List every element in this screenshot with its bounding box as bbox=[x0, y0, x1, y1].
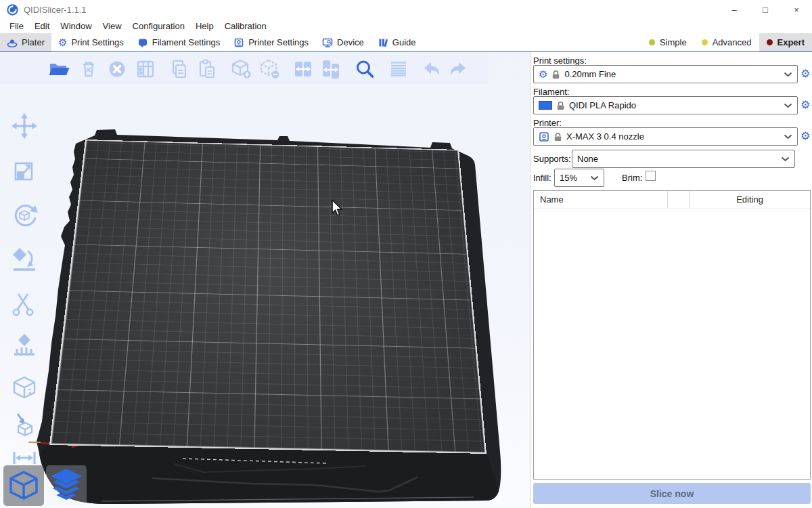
menu-calibration[interactable]: Calibration bbox=[219, 19, 272, 33]
print-bed[interactable] bbox=[49, 140, 487, 454]
printer-icon bbox=[233, 37, 244, 48]
maximize-button[interactable]: □ bbox=[750, 0, 781, 19]
gear-icon: ⚙ bbox=[539, 69, 547, 79]
infill-combo[interactable]: 15% bbox=[554, 169, 604, 187]
plater-toolbar bbox=[0, 54, 489, 84]
filament-value: QIDI PLA Rapido bbox=[569, 100, 636, 110]
title-bar: QIDISlicer-1.1.1 – □ × bbox=[0, 0, 812, 19]
column-header-editing[interactable]: Editing bbox=[690, 194, 810, 205]
tab-filament-settings[interactable]: Filament Settings bbox=[131, 33, 227, 51]
gear-icon: ⚙ bbox=[58, 37, 67, 47]
print-settings-value: 0.20mm Fine bbox=[564, 69, 616, 79]
remove-instance-button[interactable] bbox=[258, 58, 281, 81]
cut-gizmo-button[interactable] bbox=[5, 285, 43, 323]
printer-icon bbox=[539, 131, 549, 142]
chevron-down-icon bbox=[784, 72, 792, 77]
mouse-cursor bbox=[330, 200, 344, 216]
supports-label: Supports: bbox=[533, 154, 571, 164]
mode-expert[interactable]: Expert bbox=[759, 33, 812, 51]
object-list[interactable]: Name Editing bbox=[533, 190, 811, 480]
supports-value: None bbox=[577, 154, 598, 164]
place-on-face-gizmo-button[interactable] bbox=[5, 240, 43, 278]
filament-combo[interactable]: QIDI PLA Rapido bbox=[533, 96, 798, 114]
expert-dot-icon bbox=[767, 39, 773, 45]
preview-view-button[interactable] bbox=[46, 465, 87, 506]
app-logo-icon bbox=[7, 4, 18, 16]
redo-button[interactable] bbox=[446, 58, 469, 81]
variable-layer-height-button[interactable] bbox=[387, 58, 410, 81]
open-button[interactable] bbox=[47, 58, 70, 81]
search-button[interactable] bbox=[353, 58, 376, 81]
cube-icon bbox=[7, 469, 40, 502]
editor-view-button[interactable] bbox=[3, 465, 44, 506]
mode-advanced[interactable]: Advanced bbox=[694, 33, 759, 51]
tab-printer-settings[interactable]: Printer Settings bbox=[227, 33, 315, 51]
column-header-name[interactable]: Name bbox=[534, 194, 667, 205]
simple-dot-icon bbox=[649, 39, 655, 45]
supports-combo[interactable]: None bbox=[572, 150, 795, 168]
tab-print-settings[interactable]: ⚙ Print Settings bbox=[51, 33, 131, 51]
tab-device[interactable]: Device bbox=[315, 33, 371, 51]
object-list-header: Name Editing bbox=[534, 191, 810, 209]
plater-icon bbox=[7, 37, 18, 48]
delete-button[interactable] bbox=[77, 58, 100, 81]
move-gizmo-button[interactable] bbox=[5, 107, 43, 145]
filament-color-swatch bbox=[539, 101, 552, 110]
advanced-dot-icon bbox=[702, 39, 708, 45]
undo-button[interactable] bbox=[421, 58, 444, 81]
copy-button[interactable] bbox=[168, 58, 191, 81]
menu-file[interactable]: File bbox=[4, 19, 29, 33]
printer-combo[interactable]: X-MAX 3 0.4 nozzle bbox=[533, 127, 798, 146]
print-settings-label: Print settings: bbox=[533, 56, 587, 66]
menu-configuration[interactable]: Configuration bbox=[127, 19, 190, 33]
chevron-down-icon bbox=[590, 175, 599, 181]
window-title: QIDISlicer-1.1.1 bbox=[24, 5, 86, 15]
minimize-button[interactable]: – bbox=[719, 0, 750, 19]
infill-value: 15% bbox=[560, 173, 577, 183]
printer-gear-button[interactable]: ⚙ bbox=[800, 131, 810, 142]
add-instance-button[interactable] bbox=[229, 58, 252, 81]
device-icon bbox=[322, 37, 333, 48]
chevron-down-icon bbox=[784, 134, 792, 140]
split-to-parts-button[interactable] bbox=[319, 58, 342, 81]
chevron-down-icon bbox=[781, 156, 790, 162]
delete-all-button[interactable] bbox=[106, 58, 129, 81]
filament-gear-button[interactable]: ⚙ bbox=[800, 100, 810, 110]
printer-value: X-MAX 3 0.4 nozzle bbox=[566, 131, 644, 142]
filament-label: Filament: bbox=[533, 87, 569, 97]
guide-icon bbox=[378, 37, 388, 48]
arrange-button[interactable] bbox=[134, 58, 157, 81]
chevron-down-icon bbox=[784, 103, 792, 108]
layers-icon bbox=[48, 467, 85, 504]
brim-checkbox[interactable] bbox=[646, 171, 656, 181]
menu-view[interactable]: View bbox=[97, 19, 127, 33]
mode-simple[interactable]: Simple bbox=[641, 33, 694, 51]
seam-painting-gizmo-button[interactable] bbox=[5, 370, 43, 408]
filament-icon bbox=[137, 37, 148, 48]
column-separator bbox=[667, 191, 668, 208]
settings-panel: Print settings: ⚙ 0.20mm Fine ⚙ Filament… bbox=[530, 52, 812, 508]
brim-label: Brim: bbox=[622, 173, 642, 183]
menu-window[interactable]: Window bbox=[55, 19, 97, 33]
close-button[interactable]: × bbox=[781, 0, 812, 19]
paste-button[interactable] bbox=[196, 58, 219, 81]
slice-now-button[interactable]: Slice now bbox=[533, 483, 811, 504]
menu-edit[interactable]: Edit bbox=[29, 19, 55, 33]
tab-bar: Plater ⚙ Print Settings Filament Setting… bbox=[0, 33, 812, 53]
tab-guide[interactable]: Guide bbox=[371, 33, 423, 51]
support-painting-gizmo-button[interactable] bbox=[5, 327, 43, 365]
scale-gizmo-button[interactable] bbox=[5, 153, 43, 191]
rotate-gizmo-button[interactable] bbox=[5, 196, 43, 234]
infill-label: Infill: bbox=[533, 173, 551, 183]
print-settings-combo[interactable]: ⚙ 0.20mm Fine bbox=[533, 65, 798, 83]
menu-bar: File Edit Window View Configuration Help… bbox=[0, 19, 812, 33]
3d-viewport[interactable] bbox=[0, 52, 530, 508]
lock-icon bbox=[557, 101, 564, 110]
tab-plater[interactable]: Plater bbox=[0, 33, 51, 51]
menu-help[interactable]: Help bbox=[190, 19, 219, 33]
lock-icon bbox=[554, 132, 562, 142]
lock-icon bbox=[552, 70, 560, 79]
printer-label: Printer: bbox=[533, 118, 562, 128]
split-to-objects-button[interactable] bbox=[292, 58, 315, 81]
print-settings-gear-button[interactable]: ⚙ bbox=[800, 68, 810, 79]
